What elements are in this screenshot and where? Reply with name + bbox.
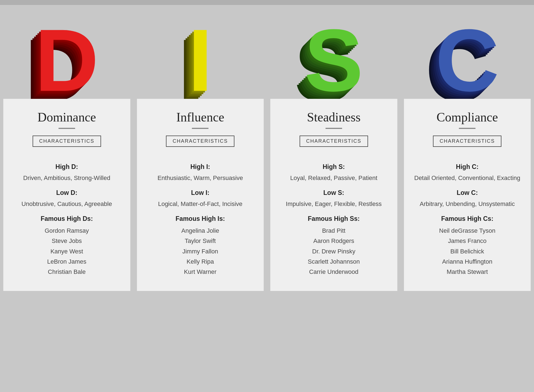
letter-c: C <box>435 16 499 99</box>
dominance-divider <box>59 128 75 129</box>
compliance-low-values: Arbitrary, Unbending, Unsystematic <box>420 200 515 207</box>
compliance-famous-list: Neil deGrasse Tyson James Franco Bill Be… <box>412 226 523 277</box>
list-item: Carrie Underwood <box>279 267 389 277</box>
compliance-low-label: Low C: <box>412 188 523 198</box>
list-item: Angelina Jolie <box>145 226 256 236</box>
influence-low-values: Logical, Matter-of-Fact, Incisive <box>158 200 242 207</box>
list-item: LeBron James <box>12 256 122 267</box>
compliance-famous-label: Famous High Cs: <box>412 214 523 224</box>
influence-famous-label: Famous High Is: <box>145 214 256 224</box>
list-item: Jimmy Fallon <box>145 246 256 256</box>
dominance-title: Dominance <box>12 110 122 125</box>
compliance-title: Compliance <box>412 110 523 125</box>
top-bar <box>0 0 534 5</box>
dominance-famous-label: Famous High Ds: <box>12 214 122 224</box>
compliance-high-values: Detail Oriented, Conventional, Exacting <box>414 174 520 181</box>
influence-title: Influence <box>145 110 256 125</box>
list-item: Christian Bale <box>12 267 122 277</box>
letter-c-block: C <box>401 5 534 99</box>
compliance-divider <box>459 128 475 129</box>
list-item: Scarlett Johannson <box>279 256 389 267</box>
list-item: Gordon Ramsay <box>12 226 122 236</box>
list-item: Kanye West <box>12 246 122 256</box>
dominance-high-values: Driven, Ambitious, Strong-Willed <box>23 174 110 181</box>
steadiness-high-label: High S: <box>279 162 389 172</box>
steadiness-low-label: Low S: <box>279 188 389 198</box>
dominance-high-label: High D: <box>12 162 122 172</box>
dominance-card: Dominance CHARACTERISTICS High D: Driven… <box>3 99 130 291</box>
dominance-low-values: Unobtrusive, Cautious, Agreeable <box>22 200 112 207</box>
influence-divider <box>192 128 208 129</box>
steadiness-characteristics-btn[interactable]: CHARACTERISTICS <box>300 136 368 147</box>
compliance-content: High C: Detail Oriented, Conventional, E… <box>412 162 523 277</box>
letter-d-block: D <box>0 5 134 99</box>
influence-high-values: Enthusiastic, Warm, Persuasive <box>157 174 243 181</box>
letter-i-block: I <box>134 5 267 99</box>
cards-section: Dominance CHARACTERISTICS High D: Driven… <box>0 99 534 291</box>
influence-low-label: Low I: <box>145 188 256 198</box>
list-item: Kurt Warner <box>145 267 256 277</box>
letter-s-block: S <box>267 5 401 99</box>
steadiness-card: Steadiness CHARACTERISTICS High S: Loyal… <box>270 99 397 291</box>
steadiness-content: High S: Loyal, Relaxed, Passive, Patient… <box>279 162 389 277</box>
list-item: Arianna Huffington <box>412 256 523 267</box>
list-item: James Franco <box>412 236 523 246</box>
list-item: Neil deGrasse Tyson <box>412 226 523 236</box>
steadiness-high-values: Loyal, Relaxed, Passive, Patient <box>290 174 377 181</box>
list-item: Steve Jobs <box>12 236 122 246</box>
dominance-content: High D: Driven, Ambitious, Strong-Willed… <box>12 162 122 277</box>
compliance-card: Compliance CHARACTERISTICS High C: Detai… <box>404 99 531 291</box>
letter-i: I <box>188 16 213 99</box>
steadiness-famous-list: Brad Pitt Aaron Rodgers Dr. Drew Pinsky … <box>279 226 389 277</box>
influence-high-label: High I: <box>145 162 256 172</box>
list-item: Kelly Ripa <box>145 256 256 267</box>
list-item: Bill Belichick <box>412 246 523 256</box>
letter-d: D <box>35 16 99 99</box>
letters-section: D I S C <box>0 5 534 99</box>
compliance-characteristics-btn[interactable]: CHARACTERISTICS <box>433 136 501 147</box>
list-item: Aaron Rodgers <box>279 236 389 246</box>
influence-characteristics-btn[interactable]: CHARACTERISTICS <box>166 136 234 147</box>
influence-content: High I: Enthusiastic, Warm, Persuasive L… <box>145 162 256 277</box>
list-item: Brad Pitt <box>279 226 389 236</box>
steadiness-title: Steadiness <box>279 110 389 125</box>
dominance-famous-list: Gordon Ramsay Steve Jobs Kanye West LeBr… <box>12 226 122 277</box>
list-item: Taylor Swift <box>145 236 256 246</box>
dominance-characteristics-btn[interactable]: CHARACTERISTICS <box>33 136 101 147</box>
list-item: Dr. Drew Pinsky <box>279 246 389 256</box>
list-item: Martha Stewart <box>412 267 523 277</box>
compliance-high-label: High C: <box>412 162 523 172</box>
dominance-low-label: Low D: <box>12 188 122 198</box>
letter-s: S <box>304 16 363 99</box>
influence-famous-list: Angelina Jolie Taylor Swift Jimmy Fallon… <box>145 226 256 277</box>
steadiness-divider <box>326 128 342 129</box>
steadiness-low-values: Impulsive, Eager, Flexible, Restless <box>286 200 382 207</box>
steadiness-famous-label: Famous High Ss: <box>279 214 389 224</box>
influence-card: Influence CHARACTERISTICS High I: Enthus… <box>137 99 264 291</box>
